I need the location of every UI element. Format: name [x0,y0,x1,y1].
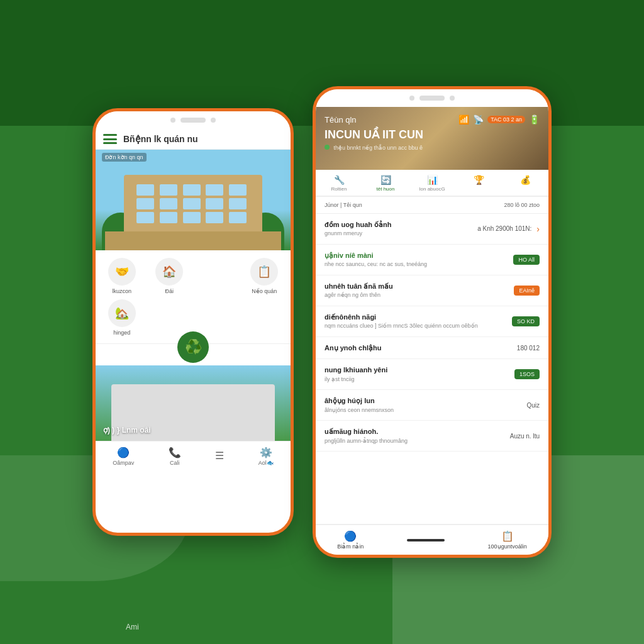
menu-icon: ☰ [215,450,224,462]
tabs-row: 🔧 Roltien 🔄 têt huon 📊 Ion abuocG 🏆 💰 [316,170,548,197]
featured-icon-symbol: ♻️ [185,339,202,355]
list-item-subtitle-2: agêr nềqn ng ôm thên [325,292,509,299]
list-item-content-6: âhộụg húọj lun âlnụjóns ceon nnemsnxson [325,396,521,414]
list-item-5[interactable]: nung lkhiuanh yêni ily ạst tnciig 1SOS [316,359,548,390]
tab-money[interactable]: 💰 [502,170,548,196]
rph-top-row: Têùn qln 📶 📡 TAC 03 2 an 🔋 [325,114,540,125]
list-item-title-4: Anụ ynoh chlậhu [325,343,512,352]
menu-label-0: lkuzcon [112,288,131,294]
rph-description: thệu bnnkt nếg thắo unn acc bbu ê [325,145,540,151]
list-item-value-4: 180 012 [517,345,540,352]
left-phone-title: Bñệnn lk quán nu [123,134,198,144]
nav-label-company: Oâmpav [113,460,134,466]
building-overlay-text: Đờn kờn qn qn [102,153,147,162]
rtop-dot-2 [450,96,455,101]
company-icon: 🔵 [117,447,130,458]
menu-item-2[interactable]: 📋 Nếo quán [243,258,286,294]
tab-icon-2: 📊 [427,175,438,185]
tab-tethuon[interactable]: 🔄 têt huon [362,170,409,197]
right-phone-inner: Têùn qln 📶 📡 TAC 03 2 an 🔋 INCUN UẦ IIT … [316,107,548,555]
nav-label-call: Cali [170,460,180,466]
list-item-content-5: nung lkhiuanh yêni ily ạst tnciig [325,365,509,383]
list-item-2[interactable]: uhnêh tuân ấnã mấu agêr nềqn ng ôm thên … [316,275,548,306]
rbn-right-label: 100ụguntvoálin [488,543,527,550]
left-phone-inner: Bñệnn lk quán nu Đờn kờn qn qn [96,129,291,533]
nav-item-company[interactable]: 🔵 Oâmpav [113,447,134,466]
featured-icon-container: ♻️ [96,331,291,363]
building-windows [136,184,250,223]
list-item-content-3: diếnônênh nãgi nqm nccuáns clueo ] Siốm … [325,313,507,330]
list-item-4[interactable]: Anụ ynoh chlậhu 180 012 [316,337,548,359]
tab-label-0: Roltien [331,186,347,192]
left-phone: Bñệnn lk quán nu Đờn kờn qn qn [92,108,294,536]
list-item-subtitle-6: âlnụjóns ceon nnemsnxson [325,407,521,414]
hamburger-icon[interactable] [103,134,117,144]
list-item-title-6: âhộụg húọj lun [325,396,521,405]
featured-icon[interactable]: ♻️ [177,331,209,363]
list-item-content-0: đồm uog huah ốảnh gnunm nmeruy [325,220,472,238]
list-item-subtitle-7: pngljûlln aumn-ảtnqp thnoumâng [325,438,505,445]
nav-item-settings[interactable]: ⚙️ Aol🐟 [258,447,274,466]
status-dot [325,145,330,150]
tab-roltien[interactable]: 🔧 Roltien [316,170,362,196]
menu-icon-neoquan: 📋 [250,258,278,286]
list-item-title-3: diếnônênh nãgi [325,313,507,321]
tab-icon-3: 🏆 [474,175,484,185]
list-item-title-0: đồm uog huah ốảnh [325,220,472,229]
list-badge-2: EAInê [514,286,540,296]
left-phone-header: Bñệnn lk quán nu [96,129,291,150]
tab-trophy[interactable]: 🏆 [455,170,502,196]
building-image-2: ợ) ) } Lnm oâi [96,365,291,441]
rph-desc-text: thệu bnnkt nếg thắo unn acc bbu ê [334,145,423,151]
list-item-6[interactable]: âhộụg húọj lun âlnụjóns ceon nnemsnxson … [316,390,548,421]
building2-overlay-text: ợ) ) } Lnm oâi [103,426,151,435]
rtop-dot-1 [409,96,414,101]
call-icon: 📞 [169,447,181,458]
tab-icon-4: 💰 [520,175,531,185]
tab-icon-1: 🔄 [380,175,391,185]
tab-ionabug[interactable]: 📊 Ion abuocG [409,170,455,196]
rbn-left-label: Biảm nảin [337,543,364,550]
nav-item-call[interactable]: 📞 Cali [169,447,181,466]
rph-top-title: Têùn qln [325,115,357,125]
battery-icon: 🔋 [529,114,540,125]
phone-icon: 📶 [458,114,469,125]
list-item-title-5: nung lkhiuanh yêni [325,365,509,374]
rtop-dot-wide [419,96,445,101]
nav-label-settings: Aol🐟 [258,460,274,466]
right-phone-header: Têùn qln 📶 📡 TAC 03 2 an 🔋 INCUN UẦ IIT … [316,107,548,170]
menu-item-0[interactable]: 🤝 lkuzcon [101,258,143,294]
settings-icon: ⚙️ [260,447,272,458]
rbn-item-right[interactable]: 📋 100ụguntvoálin [488,530,527,550]
list-item-0[interactable]: đồm uog huah ốảnh gnunm nmeruy a Knh 290… [316,214,548,245]
menu-label-2: Nếo quán [252,288,277,294]
list-item-1[interactable]: ụậniv níê màni nhe ncc sauncu, ceu: nc a… [316,245,548,275]
rbn-right-icon: 📋 [501,530,514,542]
menu-item-3[interactable]: 🏡 hinged [101,299,143,336]
featured-menu-item[interactable] [196,258,238,294]
list-item-value-7: Auzu n. ltu [510,433,540,440]
info-bar-right: 280 lô 00 ztoo [504,202,540,208]
info-bar: Júnor | Têi qun 280 lô 00 ztoo [316,197,548,214]
list-item-3[interactable]: diếnônênh nãgi nqm nccuáns clueo ] Siốm … [316,306,548,337]
list-item-7[interactable]: uấmãug hiánoh. pngljûlln aumn-ảtnqp thno… [316,421,548,452]
list-badge-3: SO KD [512,316,540,326]
rbn-item-left[interactable]: 🔵 Biảm nảin [337,530,364,550]
list-items-container: đồm uog huah ốảnh gnunm nmeruy a Knh 290… [316,214,548,524]
list-item-title-1: ụậniv níê màni [325,251,508,260]
list-item-value-6: Quiz [526,402,540,409]
tab-label-2: Ion abuocG [419,186,445,192]
list-item-content-2: uhnêh tuân ấnã mấu agêr nềqn ng ôm thên [325,282,509,299]
top-dot-wide [180,118,206,123]
rph-badge: TAC 03 2 an [487,116,525,123]
rbn-left-icon: 🔵 [344,530,357,542]
list-item-content-1: ụậniv níê màni nhe ncc sauncu, ceu: nc a… [325,251,508,269]
nav-item-menu[interactable]: ☰ [215,450,224,463]
menu-item-1[interactable]: 🏠 Đái [148,258,191,294]
wifi-icon: 📡 [473,114,484,125]
list-item-value-0: a Knh 2900h 101N: [477,225,531,232]
left-phone-top-bar [96,111,291,129]
list-badge-1: HO All [513,255,540,265]
list-item-title-2: uhnêh tuân ấnã mấu [325,282,509,291]
list-item-subtitle-3: nqm nccuáns clueo ] Siốm rnncS 3ôlec qui… [325,323,507,330]
